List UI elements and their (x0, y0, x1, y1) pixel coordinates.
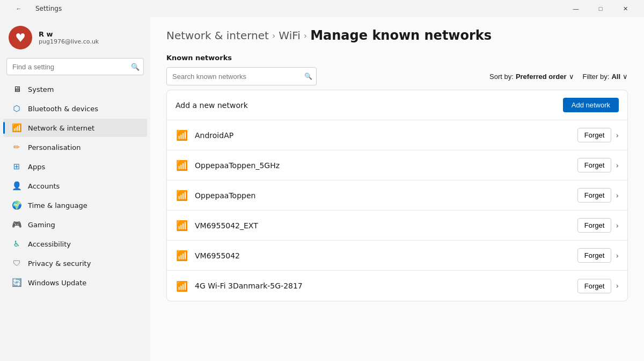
time-icon: 🌍 (12, 200, 21, 210)
sidebar-item-privacy[interactable]: 🛡 Privacy & security (3, 254, 147, 272)
add-network-button[interactable]: Add network (563, 98, 619, 112)
titlebar: ← Settings — □ ✕ (0, 0, 644, 17)
forget-button[interactable]: Forget (577, 218, 612, 233)
search-box: 🔍 (6, 58, 144, 75)
system-icon: 🖥 (12, 84, 21, 94)
sort-label: Sort by: (489, 73, 514, 81)
forget-button[interactable]: Forget (577, 279, 612, 293)
wifi-icon: 📶 (175, 280, 188, 292)
sidebar-item-update[interactable]: 🔄 Windows Update (3, 273, 147, 292)
sidebar-item-label: Accounts (28, 182, 60, 190)
gaming-icon: 🎮 (12, 220, 21, 229)
wifi-icon: 📶 (175, 160, 188, 171)
maximize-button[interactable]: □ (588, 0, 613, 17)
chevron-right-icon[interactable]: › (616, 251, 619, 260)
chevron-right-icon[interactable]: › (616, 131, 619, 140)
back-button[interactable]: ← (6, 0, 31, 17)
network-name: OppepaaToppen (195, 191, 577, 200)
sidebar-item-label: Windows Update (28, 279, 86, 287)
update-icon: 🔄 (12, 278, 21, 287)
apps-icon: ⊞ (12, 162, 21, 171)
network-name: OppepaaToppen_5GHz (195, 161, 577, 170)
network-icon: 📶 (12, 123, 21, 133)
chevron-right-icon[interactable]: › (616, 281, 619, 290)
sidebar-item-personalisation[interactable]: ✏️ Personalisation (3, 138, 147, 156)
sidebar-item-label: Apps (28, 163, 45, 171)
sidebar: ♥ R w pug1976@live.co.uk 🔍 🖥 System ⬡ Bl… (0, 17, 150, 361)
network-name: VM6955042_EXT (195, 221, 577, 230)
bluetooth-icon: ⬡ (12, 104, 21, 113)
sort-button[interactable]: Sort by: Preferred order ∨ (489, 73, 574, 81)
user-info: R w pug1976@live.co.uk (39, 30, 99, 45)
chevron-right-icon[interactable]: › (616, 221, 619, 230)
sidebar-item-apps[interactable]: ⊞ Apps (3, 157, 147, 176)
breadcrumb-network[interactable]: Network & internet (166, 29, 269, 42)
filter-label: Filter by: (583, 73, 610, 81)
user-email: pug1976@live.co.uk (39, 38, 99, 45)
chevron-right-icon[interactable]: › (616, 161, 619, 170)
titlebar-left: ← Settings (6, 0, 62, 17)
table-row: 📶 4G Wi-Fi 3Danmark-5G-2817 Forget › (167, 271, 627, 301)
sort-chevron-icon: ∨ (569, 73, 574, 81)
sidebar-item-label: Bluetooth & devices (28, 105, 98, 113)
network-list: Add a new network Add network 📶 AndroidA… (166, 90, 628, 301)
sidebar-item-accessibility[interactable]: ♿ Accessibility (3, 235, 147, 253)
minimize-button[interactable]: — (564, 0, 588, 17)
filter-chevron-icon: ∨ (623, 73, 628, 81)
search-networks-box: 🔍 (166, 67, 317, 85)
avatar: ♥ (9, 26, 32, 49)
app-body: ♥ R w pug1976@live.co.uk 🔍 🖥 System ⬡ Bl… (0, 17, 644, 361)
table-row: 📶 OppepaaToppen_5GHz Forget › (167, 150, 627, 180)
breadcrumb-sep1: › (272, 31, 275, 41)
network-name: AndroidAP (195, 131, 577, 140)
forget-button[interactable]: Forget (577, 248, 612, 263)
filter-button[interactable]: Filter by: All ∨ (583, 73, 628, 81)
wifi-icon: 📶 (175, 220, 188, 231)
main-content: Network & internet › WiFi › Manage known… (150, 17, 644, 361)
user-name: R w (39, 30, 99, 38)
table-row: 📶 OppepaaToppen Forget › (167, 180, 627, 211)
accounts-icon: 👤 (12, 181, 21, 191)
sidebar-item-gaming[interactable]: 🎮 Gaming (3, 215, 147, 234)
wifi-icon: 📶 (175, 250, 188, 261)
sidebar-item-label: Privacy & security (28, 259, 91, 268)
close-button[interactable]: ✕ (613, 0, 638, 17)
sidebar-item-network[interactable]: 📶 Network & internet (3, 119, 147, 137)
toolbar: 🔍 Sort by: Preferred order ∨ Filter by: … (166, 67, 628, 85)
sidebar-item-label: Accessibility (28, 240, 71, 248)
search-icon: 🔍 (131, 63, 140, 71)
sidebar-item-accounts[interactable]: 👤 Accounts (3, 177, 147, 195)
sidebar-item-system[interactable]: 🖥 System (3, 80, 147, 98)
wifi-icon: 📶 (175, 129, 188, 141)
sidebar-item-label: Network & internet (28, 124, 94, 132)
sort-value: Preferred order (516, 73, 567, 81)
forget-button[interactable]: Forget (577, 158, 612, 172)
search-networks-input[interactable] (166, 67, 317, 85)
table-row: 📶 AndroidAP Forget › (167, 120, 627, 150)
add-network-label: Add a new network (175, 101, 248, 110)
accessibility-icon: ♿ (12, 239, 21, 249)
sidebar-item-bluetooth[interactable]: ⬡ Bluetooth & devices (3, 99, 147, 118)
sidebar-item-label: Time & language (28, 201, 87, 210)
privacy-icon: 🛡 (12, 258, 21, 268)
personalisation-icon: ✏️ (12, 142, 21, 152)
find-setting-input[interactable] (6, 58, 144, 75)
sidebar-item-time[interactable]: 🌍 Time & language (3, 196, 147, 214)
breadcrumb-wifi[interactable]: WiFi (279, 29, 301, 42)
user-profile: ♥ R w pug1976@live.co.uk (0, 17, 150, 56)
add-network-row: Add a new network Add network (167, 90, 627, 120)
sidebar-item-label: System (28, 85, 54, 93)
table-row: 📶 VM6955042 Forget › (167, 241, 627, 271)
network-name: 4G Wi-Fi 3Danmark-5G-2817 (195, 281, 577, 290)
forget-button[interactable]: Forget (577, 188, 612, 203)
page-title: Manage known networks (310, 28, 492, 43)
filter-value: All (611, 73, 620, 81)
sort-filter-controls: Sort by: Preferred order ∨ Filter by: Al… (489, 73, 628, 81)
forget-button[interactable]: Forget (577, 128, 612, 142)
avatar-icon: ♥ (15, 31, 26, 45)
table-row: 📶 VM6955042_EXT Forget › (167, 211, 627, 241)
search-networks-icon: 🔍 (304, 73, 312, 80)
chevron-right-icon[interactable]: › (616, 191, 619, 200)
section-label: Known networks (166, 54, 628, 62)
window-controls: — □ ✕ (564, 0, 638, 17)
